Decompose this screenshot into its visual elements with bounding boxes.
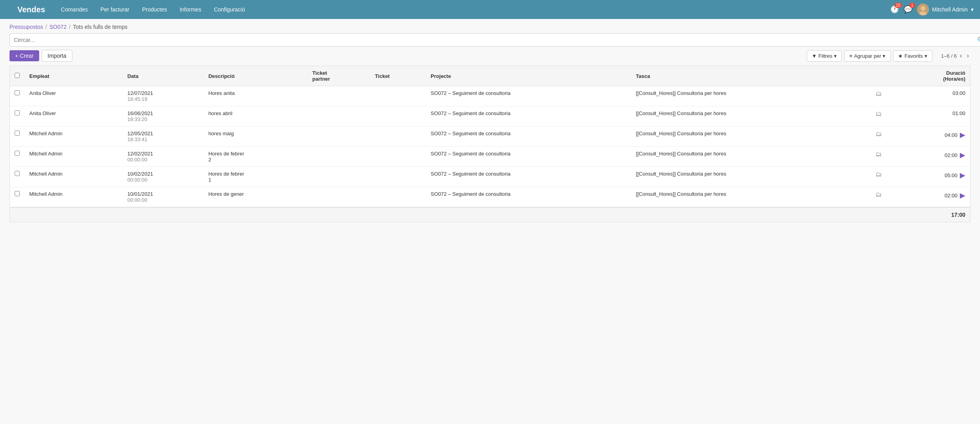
row-projecte[interactable]: SO072 – Seguiment de consultoria xyxy=(426,86,631,106)
row-descripcio[interactable]: hores maig xyxy=(203,127,308,147)
menu-configuracio[interactable]: Configuració xyxy=(207,0,251,19)
row-projecte[interactable]: SO072 – Seguiment de consultoria xyxy=(426,147,631,167)
folder-icon: 🗂 xyxy=(876,171,882,178)
filtres-button[interactable]: ▼ Filtres ▾ xyxy=(807,50,842,62)
row-checkbox[interactable] xyxy=(15,90,20,95)
breadcrumb-pressupostos[interactable]: Pressupostos xyxy=(9,24,43,30)
pagination-prev[interactable]: ‹ xyxy=(958,51,963,60)
row-ticket xyxy=(370,187,426,208)
row-folder[interactable]: 🗂 xyxy=(860,187,897,208)
search-bar: 🔍 xyxy=(9,33,980,47)
row-tasca[interactable]: [[Consult_Hores]] Consultoria per hores xyxy=(631,187,861,208)
row-checkbox-cell[interactable] xyxy=(10,106,25,127)
row-empleat[interactable]: Mitchell Admin xyxy=(25,167,123,187)
user-menu[interactable]: Mitchell Admin ▾ xyxy=(917,4,974,15)
row-checkbox[interactable] xyxy=(15,171,20,176)
avatar xyxy=(917,4,929,15)
user-dropdown-icon: ▾ xyxy=(971,6,974,13)
play-button[interactable]: ▶ xyxy=(960,131,965,139)
row-checkbox-cell[interactable] xyxy=(10,147,25,167)
row-folder[interactable]: 🗂 xyxy=(860,147,897,167)
header-empleat[interactable]: Empleat xyxy=(25,66,123,86)
row-projecte[interactable]: SO072 – Seguiment de consultoria xyxy=(426,167,631,187)
select-all-checkbox[interactable] xyxy=(15,73,20,78)
header-tasca[interactable]: Tasca xyxy=(631,66,861,86)
row-folder[interactable]: 🗂 xyxy=(860,167,897,187)
row-tasca[interactable]: [[Consult_Hores]] Consultoria per hores xyxy=(631,127,861,147)
breadcrumb-so072[interactable]: SO072 xyxy=(49,24,67,30)
row-tasca[interactable]: [[Consult_Hores]] Consultoria per hores xyxy=(631,106,861,127)
table-row: Mitchell Admin 10/01/202100:00:00 Hores … xyxy=(10,187,970,208)
app-grid-icon[interactable] xyxy=(6,9,13,10)
row-folder[interactable]: 🗂 xyxy=(860,106,897,127)
header-ticket[interactable]: Ticket xyxy=(370,66,426,86)
row-checkbox[interactable] xyxy=(15,131,20,136)
row-folder[interactable]: 🗂 xyxy=(860,86,897,106)
header-duracio[interactable]: Duració(Hora/es) xyxy=(897,66,970,86)
favorits-button[interactable]: ★ Favorits ▾ xyxy=(893,50,932,62)
topnav-right: 🕐 15 💬 1 Mitchell Admin ▾ xyxy=(890,4,974,15)
row-descripcio[interactable]: Hores anita xyxy=(203,86,308,106)
create-button[interactable]: + Crear xyxy=(9,50,39,61)
menu-productes[interactable]: Productes xyxy=(136,0,173,19)
menu-comandes[interactable]: Comandes xyxy=(55,0,94,19)
table-header-row: Empleat Data Descripció Ticketpartner Ti… xyxy=(10,66,970,86)
row-projecte[interactable]: SO072 – Seguiment de consultoria xyxy=(426,106,631,127)
import-button[interactable]: Importa xyxy=(42,50,72,62)
header-descripcio[interactable]: Descripció xyxy=(203,66,308,86)
row-ticket xyxy=(370,127,426,147)
search-button[interactable]: 🔍 xyxy=(977,36,980,44)
row-data: 12/05/202118:33:41 xyxy=(123,127,204,147)
folder-icon: 🗂 xyxy=(876,151,882,157)
header-ticket-partner[interactable]: Ticketpartner xyxy=(308,66,370,86)
row-projecte[interactable]: SO072 – Seguiment de consultoria xyxy=(426,127,631,147)
row-tasca[interactable]: [[Consult_Hores]] Consultoria per hores xyxy=(631,167,861,187)
header-select-all[interactable] xyxy=(10,66,25,86)
row-checkbox-cell[interactable] xyxy=(10,86,25,106)
agrupar-icon: ≡ xyxy=(849,53,853,59)
row-checkbox-cell[interactable] xyxy=(10,187,25,208)
header-projecte[interactable]: Projecte xyxy=(426,66,631,86)
search-input[interactable] xyxy=(14,37,977,43)
folder-icon: 🗂 xyxy=(876,110,882,117)
play-button[interactable]: ▶ xyxy=(960,191,965,200)
top-navigation: Vendes Comandes Per facturar Productes I… xyxy=(0,0,980,19)
row-checkbox-cell[interactable] xyxy=(10,127,25,147)
app-title[interactable]: Vendes xyxy=(17,5,45,14)
agrupar-button[interactable]: ≡ Agrupar per ▾ xyxy=(844,50,891,62)
folder-icon: 🗂 xyxy=(876,131,882,137)
row-empleat[interactable]: Mitchell Admin xyxy=(25,147,123,167)
row-empleat[interactable]: Anita Oliver xyxy=(25,106,123,127)
star-icon: ★ xyxy=(898,53,903,59)
row-descripcio[interactable]: hores abril xyxy=(203,106,308,127)
row-tasca[interactable]: [[Consult_Hores]] Consultoria per hores xyxy=(631,86,861,106)
duration-value: 05:00 xyxy=(944,172,957,178)
row-checkbox[interactable] xyxy=(15,151,20,156)
play-button[interactable]: ▶ xyxy=(960,171,965,180)
pagination-next[interactable]: › xyxy=(965,51,971,60)
row-projecte[interactable]: SO072 – Seguiment de consultoria xyxy=(426,187,631,208)
row-ticket xyxy=(370,86,426,106)
row-ticket xyxy=(370,147,426,167)
row-checkbox[interactable] xyxy=(15,110,20,115)
notifications-button[interactable]: 🕐 15 xyxy=(890,5,899,14)
menu-per-facturar[interactable]: Per facturar xyxy=(94,0,136,19)
duration-value: 02:00 xyxy=(944,152,957,158)
total-row: 17:00 xyxy=(10,207,970,222)
messages-button[interactable]: 💬 1 xyxy=(904,5,912,14)
row-checkbox[interactable] xyxy=(15,191,20,196)
row-checkbox-cell[interactable] xyxy=(10,167,25,187)
row-folder[interactable]: 🗂 xyxy=(860,127,897,147)
row-descripcio[interactable]: Hores de gener xyxy=(203,187,308,208)
timesheet-table: Empleat Data Descripció Ticketpartner Ti… xyxy=(9,66,971,222)
header-data[interactable]: Data xyxy=(123,66,204,86)
row-empleat[interactable]: Anita Oliver xyxy=(25,86,123,106)
menu-informes[interactable]: Informes xyxy=(173,0,207,19)
row-tasca[interactable]: [[Consult_Hores]] Consultoria per hores xyxy=(631,147,861,167)
play-button[interactable]: ▶ xyxy=(960,151,965,159)
row-ticket-partner xyxy=(308,127,370,147)
row-descripcio[interactable]: Hores de febrer1 xyxy=(203,167,308,187)
row-empleat[interactable]: Mitchell Admin xyxy=(25,127,123,147)
row-descripcio[interactable]: Hores de febrer2 xyxy=(203,147,308,167)
row-empleat[interactable]: Mitchell Admin xyxy=(25,187,123,208)
